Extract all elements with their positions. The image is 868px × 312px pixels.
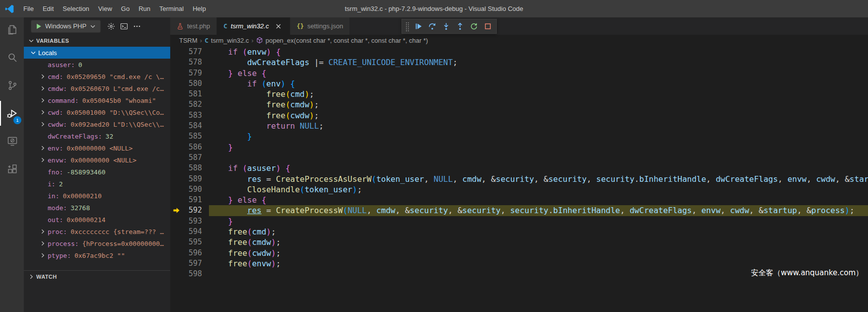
chevron-right-icon[interactable] — [39, 251, 47, 259]
chevron-right-icon[interactable] — [39, 228, 47, 235]
variable-row-envw[interactable]: envw:0x00000000 <NULL> — [24, 154, 170, 166]
chevron-right-icon[interactable] — [39, 239, 47, 247]
gutter[interactable]: 581 — [170, 89, 209, 99]
code-line-581[interactable]: 581 free(cmd); — [170, 89, 868, 99]
code-line-578[interactable]: 578 dwCreateFlags |= CREATE_UNICODE_ENVI… — [170, 57, 868, 68]
menu-selection[interactable]: Selection — [58, 0, 93, 17]
chevron-right-icon[interactable] — [39, 84, 47, 92]
chevron-right-icon[interactable] — [39, 96, 47, 104]
variable-row-fno[interactable]: fno:-858993460 — [24, 166, 170, 178]
variable-row-env[interactable]: env:0x00000000 <NULL> — [24, 142, 170, 154]
gutter[interactable]: 577 — [170, 47, 209, 57]
variable-row-mode[interactable]: mode:32768 — [24, 202, 170, 214]
breadcrumb-item[interactable]: popen_ex(const char *, const char *, con… — [256, 37, 428, 44]
code-line-586[interactable]: 586 } — [170, 142, 868, 153]
more-actions-button[interactable] — [131, 20, 143, 33]
close-icon[interactable] — [273, 21, 283, 31]
variable-row-out[interactable]: out:0x00000214 — [24, 214, 170, 226]
code-line-595[interactable]: 595 free(cmdw); — [170, 237, 868, 247]
gutter[interactable]: 578 — [170, 57, 209, 68]
gutter[interactable]: 579 — [170, 68, 209, 78]
continue-button[interactable] — [411, 19, 425, 33]
variable-row-process[interactable]: process:{hProcess=0x00000000… — [24, 237, 170, 249]
menu-view[interactable]: View — [94, 0, 117, 17]
stop-button[interactable] — [481, 19, 495, 33]
gutter[interactable]: 587 — [170, 153, 209, 163]
gutter[interactable]: 582 — [170, 99, 209, 110]
activitybar-explorer[interactable] — [0, 17, 24, 42]
code-line-589[interactable]: 589 res = CreateProcessAsUserW(token_use… — [170, 174, 868, 184]
variable-row-cmdw[interactable]: cmdw:0x05260670 L"cmd.exe /c… — [24, 82, 170, 94]
chevron-right-icon[interactable] — [39, 120, 47, 128]
code-line-588[interactable]: 588 if (asuser) { — [170, 163, 868, 173]
activitybar-search[interactable] — [0, 45, 24, 70]
variables-section-header[interactable]: VARIABLES — [24, 35, 170, 47]
breadcrumb-item[interactable]: TSRM — [179, 37, 198, 44]
variable-row-cwdw[interactable]: cwdw:0x092aed20 L"D:\\QSec\\… — [24, 118, 170, 130]
code-line-596[interactable]: 596 free(cwdw); — [170, 248, 868, 258]
settings-gear-button[interactable] — [105, 20, 118, 33]
watch-section-header[interactable]: WATCH — [24, 270, 170, 282]
gutter[interactable]: 592 — [170, 205, 209, 216]
code-line-593[interactable]: 593 } — [170, 216, 868, 227]
variable-row-ptype[interactable]: ptype:0x67ac9bc2 "" — [24, 249, 170, 261]
gutter[interactable]: 594 — [170, 227, 209, 237]
variable-row-asuser[interactable]: asuser:0 — [24, 59, 170, 71]
gutter[interactable]: 596 — [170, 248, 209, 258]
breadcrumb-item[interactable]: Ctsrm_win32.c — [204, 37, 249, 44]
menu-edit[interactable]: Edit — [38, 0, 58, 17]
variable-row-dwCreateFlags[interactable]: dwCreateFlags:32 — [24, 130, 170, 142]
gutter[interactable]: 598 — [170, 269, 209, 279]
variable-row-cwd[interactable]: cwd:0x05001000 "D:\\QSec\\Co… — [24, 106, 170, 118]
variable-row-i[interactable]: i:2 — [24, 178, 170, 190]
code-line-591[interactable]: 591 } else { — [170, 195, 868, 205]
gutter[interactable]: 585 — [170, 131, 209, 142]
variable-row-proc[interactable]: proc:0xcccccccc {stream=??? … — [24, 226, 170, 237]
activitybar-source-control[interactable] — [0, 73, 24, 98]
start-debug-icon[interactable] — [35, 23, 42, 30]
code-line-582[interactable]: 582 free(cmdw); — [170, 99, 868, 110]
step-into-button[interactable] — [439, 19, 453, 33]
chevron-right-icon[interactable] — [39, 156, 47, 164]
menu-terminal[interactable]: Terminal — [155, 0, 188, 17]
code-line-594[interactable]: 594 free(cmd); — [170, 227, 868, 237]
code-line-577[interactable]: 577 if (envw) { — [170, 47, 868, 57]
variable-row-command[interactable]: command:0x050045b0 "whoami" — [24, 94, 170, 106]
tab-tsrm_win32.c[interactable]: Ctsrm_win32.c — [217, 17, 290, 35]
gutter[interactable]: 588 — [170, 163, 209, 173]
gutter[interactable]: 589 — [170, 174, 209, 184]
gutter[interactable]: 597 — [170, 258, 209, 269]
chevron-right-icon[interactable] — [39, 144, 47, 152]
debug-console-button[interactable] — [118, 20, 131, 33]
chevron-right-icon[interactable] — [39, 73, 47, 80]
code-line-597[interactable]: 597 free(envw); — [170, 258, 868, 269]
gutter[interactable]: 583 — [170, 110, 209, 121]
variable-row-in[interactable]: in:0x00000210 — [24, 190, 170, 202]
code-line-579[interactable]: 579 } else { — [170, 68, 868, 78]
menu-go[interactable]: Go — [117, 0, 134, 17]
code-line-585[interactable]: 585 } — [170, 131, 868, 142]
gutter[interactable]: 584 — [170, 121, 209, 131]
menu-help[interactable]: Help — [188, 0, 210, 17]
chevron-right-icon[interactable] — [39, 108, 47, 116]
code-line-592[interactable]: 592 res = CreateProcessW(NULL, cmdw, &se… — [170, 205, 868, 216]
menu-run[interactable]: Run — [134, 0, 155, 17]
activitybar-remote-explorer[interactable] — [0, 129, 24, 154]
restart-button[interactable] — [467, 19, 481, 33]
code-line-580[interactable]: 580 if (env) { — [170, 78, 868, 89]
code-line-587[interactable]: 587 — [170, 153, 868, 163]
drag-handle[interactable] — [403, 19, 411, 33]
code-line-590[interactable]: 590 CloseHandle(token_user); — [170, 184, 868, 195]
code-line-584[interactable]: 584 return NULL; — [170, 121, 868, 131]
activitybar-extensions[interactable] — [0, 156, 24, 181]
activitybar-run-debug[interactable]: 1 — [0, 101, 24, 126]
gutter[interactable]: 595 — [170, 237, 209, 247]
step-over-button[interactable] — [425, 19, 439, 33]
variable-row-cmd[interactable]: cmd:0x05209650 "cmd.exe /c \… — [24, 71, 170, 82]
scope-locals[interactable]: Locals — [24, 47, 170, 59]
tab-settings.json[interactable]: {}settings.json — [290, 17, 350, 35]
tab-test.php[interactable]: test.php — [170, 17, 217, 35]
gutter[interactable]: 590 — [170, 184, 209, 195]
gutter[interactable]: 586 — [170, 142, 209, 153]
gutter[interactable]: 593 — [170, 216, 209, 227]
